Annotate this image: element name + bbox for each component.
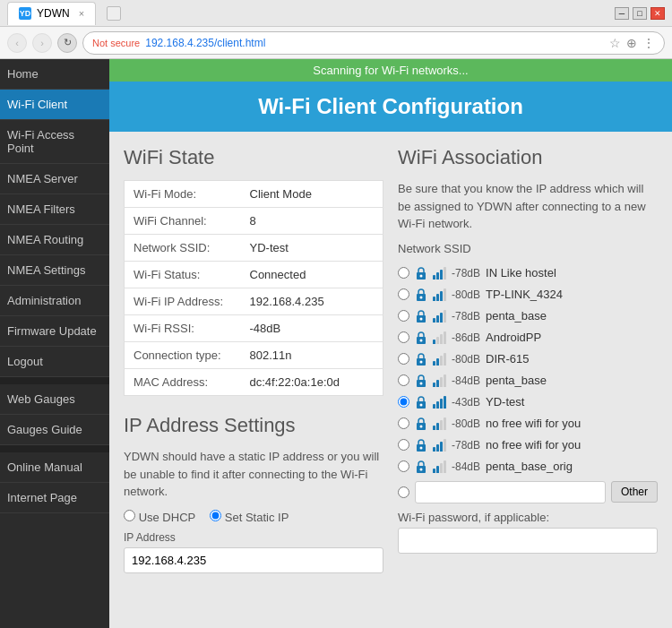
signal-bars — [433, 439, 446, 452]
page-header: Wi-Fi Client Configuration — [109, 82, 672, 132]
signal-bars — [433, 288, 446, 301]
svg-point-13 — [420, 403, 423, 406]
set-static-label[interactable]: Set Static IP — [210, 510, 289, 524]
network-signal: -80dB — [452, 417, 480, 430]
signal-bar — [444, 396, 446, 409]
sidebar-item-wifi-client[interactable]: Wi-Fi Client — [0, 90, 109, 120]
ip-address-input[interactable] — [124, 547, 383, 573]
signal-bar — [433, 297, 435, 301]
address-box[interactable]: Not secure 192.168.4.235/client.html ☆ ⊕… — [82, 31, 665, 55]
network-name: AndroidPP — [486, 331, 541, 344]
other-network-radio[interactable] — [398, 486, 409, 498]
signal-bar — [440, 399, 443, 409]
wifi-state-table: Wi-Fi Mode:Client ModeWiFi Channel:8Netw… — [124, 180, 383, 396]
bookmark-icon[interactable]: ☆ — [609, 36, 621, 50]
network-radio[interactable] — [398, 310, 409, 322]
row-value: Client Mode — [241, 181, 383, 208]
close-btn[interactable]: ✕ — [650, 7, 665, 20]
sidebar-item-logout[interactable]: Logout — [0, 347, 109, 377]
back-btn[interactable]: ‹ — [7, 33, 27, 53]
signal-bar — [433, 318, 435, 323]
signal-bars — [433, 353, 446, 366]
ip-radio-group: Use DHCP Set Static IP — [124, 510, 383, 524]
ip-section: IP Address Settings YDWN should have a s… — [124, 414, 383, 573]
sidebar-item-gauges-guide[interactable]: Gauges Guide — [0, 415, 109, 445]
network-signal: -84dB — [452, 374, 480, 387]
sidebar-item-nmea-routing[interactable]: NMEA Routing — [0, 225, 109, 255]
network-radio[interactable] — [398, 267, 409, 279]
sidebar-item-wifi-ap[interactable]: Wi-Fi Access Point — [0, 120, 109, 164]
signal-bar — [440, 334, 443, 344]
network-radio[interactable] — [398, 460, 409, 472]
profile-icon[interactable]: ⊕ — [626, 36, 637, 50]
forward-btn[interactable]: › — [32, 33, 52, 53]
lock-icon — [415, 438, 427, 452]
tab-close-btn[interactable]: × — [79, 8, 84, 19]
network-radio[interactable] — [398, 288, 409, 300]
other-network-input[interactable] — [415, 481, 606, 503]
signal-bar — [444, 439, 446, 452]
sidebar-item-firmware-update[interactable]: Firmware Update — [0, 316, 109, 347]
main-content: Scanning for Wi-Fi networks... Wi-Fi Cli… — [109, 59, 672, 628]
network-radio[interactable] — [398, 396, 409, 408]
signal-bar — [440, 270, 443, 280]
signal-bar — [444, 331, 446, 344]
page-container: Home Wi-Fi Client Wi-Fi Access Point NME… — [0, 59, 672, 628]
lock-icon — [415, 288, 427, 302]
row-value: Connected — [241, 262, 383, 288]
address-bar: ‹ › ↻ Not secure 192.168.4.235/client.ht… — [0, 27, 672, 59]
signal-bar — [436, 466, 439, 473]
network-radio[interactable] — [398, 331, 409, 343]
other-btn[interactable]: Other — [611, 481, 658, 503]
network-name: TP-LINK_4324 — [486, 288, 563, 301]
content-area: WiFi State Wi-Fi Mode:Client ModeWiFi Ch… — [109, 132, 672, 588]
sidebar-item-nmea-server[interactable]: NMEA Server — [0, 164, 109, 194]
ip-settings-desc: YDWN should have a static IP address or … — [124, 448, 383, 501]
signal-bar — [444, 353, 446, 366]
sidebar-item-administration[interactable]: Administration — [0, 286, 109, 316]
ip-field-label: IP Address — [124, 531, 383, 544]
signal-bar — [436, 272, 439, 280]
sidebar-item-nmea-settings[interactable]: NMEA Settings — [0, 255, 109, 286]
signal-bar — [436, 444, 439, 452]
signal-bar — [440, 463, 443, 473]
signal-bar — [440, 291, 443, 301]
row-label: Network SSID: — [125, 235, 241, 262]
lock-icon — [415, 352, 427, 366]
network-radio[interactable] — [398, 439, 409, 451]
network-signal: -78dB — [452, 439, 480, 452]
row-value: 802.11n — [241, 342, 383, 369]
lock-icon — [415, 288, 427, 302]
lock-icon — [415, 460, 427, 474]
sidebar-item-web-gauges[interactable]: Web Gauges — [0, 384, 109, 415]
sidebar-item-internet-page[interactable]: Internet Page — [0, 483, 109, 513]
browser-tab[interactable]: YD YDWN × — [7, 2, 96, 25]
network-signal: -80dB — [452, 288, 480, 301]
signal-bar — [436, 315, 439, 323]
table-row: Connection type:802.11n — [125, 342, 383, 369]
sidebar-item-home[interactable]: Home — [0, 59, 109, 90]
use-dhcp-label[interactable]: Use DHCP — [124, 510, 195, 524]
new-tab-btn[interactable] — [107, 6, 121, 21]
use-dhcp-radio[interactable] — [124, 510, 135, 521]
password-label: Wi-Fi password, if applicable: — [398, 511, 658, 524]
network-radio[interactable] — [398, 374, 409, 386]
wifi-password-input[interactable] — [398, 528, 658, 554]
page-title: Wi-Fi Client Configuration — [258, 94, 523, 118]
scan-banner: Scanning for Wi-Fi networks... — [109, 59, 672, 82]
lock-icon — [415, 438, 427, 452]
sidebar-item-online-manual[interactable]: Online Manual — [0, 452, 109, 483]
maximize-btn[interactable]: □ — [633, 7, 647, 20]
refresh-btn[interactable]: ↻ — [57, 33, 77, 53]
signal-bars — [433, 310, 446, 323]
signal-bar — [433, 426, 435, 430]
minimize-btn[interactable]: ─ — [615, 7, 629, 20]
menu-icon[interactable]: ⋮ — [642, 36, 655, 50]
signal-bars — [433, 267, 446, 280]
sidebar-item-nmea-filters[interactable]: NMEA Filters — [0, 194, 109, 225]
network-radio[interactable] — [398, 417, 409, 429]
network-name: penta_base_orig — [486, 460, 573, 473]
network-radio[interactable] — [398, 353, 409, 365]
set-static-radio[interactable] — [210, 510, 221, 521]
browser-titlebar: YD YDWN × ─ □ ✕ — [0, 0, 672, 27]
